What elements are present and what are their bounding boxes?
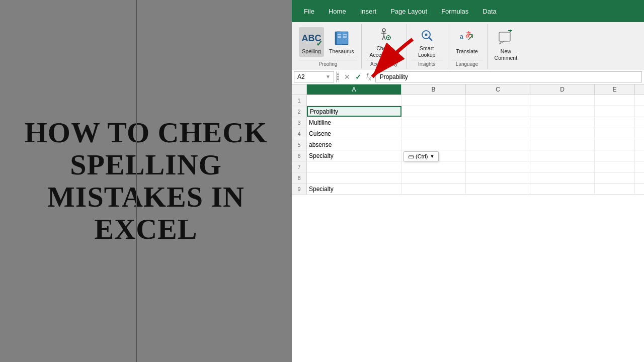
cell-b3[interactable] xyxy=(401,117,466,128)
row-number: 5 xyxy=(292,139,307,150)
row-number: 1 xyxy=(292,95,307,106)
cell-c5[interactable] xyxy=(466,139,530,150)
cell-e5[interactable] xyxy=(595,139,635,150)
smart-lookup-label: SmartLookup xyxy=(418,45,435,58)
translate-button[interactable]: a あ Translate xyxy=(453,27,480,57)
cancel-formula-btn[interactable]: ✕ xyxy=(343,72,351,82)
table-row: 5 absense xyxy=(292,139,644,150)
col-header-c[interactable]: C xyxy=(466,84,530,95)
cell-b7[interactable] xyxy=(401,161,466,172)
formula-divider[interactable] xyxy=(336,71,339,82)
spreadsheet: A B C D E 1 2 Propability xyxy=(292,84,644,362)
table-row: 4 Cuisene xyxy=(292,128,644,139)
new-comment-button[interactable]: NewComment xyxy=(492,27,521,63)
proofing-buttons: ABC ✓ Spelling xyxy=(299,24,357,60)
cell-d2[interactable] xyxy=(530,106,595,117)
cell-c2[interactable] xyxy=(466,106,530,117)
cell-a7[interactable] xyxy=(307,161,401,172)
row-number: 8 xyxy=(292,172,307,183)
cell-a2[interactable]: Propability xyxy=(307,106,401,117)
cell-e1[interactable] xyxy=(595,95,635,106)
cell-d3[interactable] xyxy=(530,117,595,128)
cell-b2[interactable] xyxy=(401,106,466,117)
cell-d6[interactable] xyxy=(530,150,595,161)
svg-rect-2 xyxy=(337,32,342,44)
cell-b5[interactable] xyxy=(401,139,466,150)
cell-e9[interactable] xyxy=(595,184,635,194)
ribbon-group-accessibility: CheckAccessibility Accessibility xyxy=(362,24,407,69)
menu-data[interactable]: Data xyxy=(475,5,503,18)
cell-c1[interactable] xyxy=(466,95,530,106)
menu-insert[interactable]: Insert xyxy=(353,5,384,18)
menu-bar: File Home Insert Page Layout Formulas Da… xyxy=(292,0,644,22)
cell-d5[interactable] xyxy=(530,139,595,150)
table-row: 1 xyxy=(292,95,644,106)
rows-area: 1 2 Propability 3 Multiline xyxy=(292,95,644,362)
cell-a9[interactable]: Specialty xyxy=(307,184,401,194)
cell-d7[interactable] xyxy=(530,161,595,172)
excel-panel: File Home Insert Page Layout Formulas Da… xyxy=(292,0,644,362)
cell-e2[interactable] xyxy=(595,106,635,117)
accessibility-buttons: CheckAccessibility xyxy=(367,24,401,60)
confirm-formula-btn[interactable]: ✓ xyxy=(354,72,362,82)
cell-e3[interactable] xyxy=(595,117,635,128)
check-accessibility-button[interactable]: CheckAccessibility xyxy=(367,24,401,60)
cell-c3[interactable] xyxy=(466,117,530,128)
svg-text:a: a xyxy=(460,33,463,40)
cell-a3[interactable]: Multiline xyxy=(307,117,401,128)
cell-b6[interactable]: 🗃 (Ctrl) ▼ xyxy=(401,150,466,161)
cell-c7[interactable] xyxy=(466,161,530,172)
check-accessibility-label: CheckAccessibility xyxy=(370,45,398,58)
spelling-button[interactable]: ABC ✓ Spelling xyxy=(299,27,324,57)
cell-b9[interactable] xyxy=(401,184,466,194)
col-header-e[interactable]: E xyxy=(595,84,635,95)
cell-e7[interactable] xyxy=(595,161,635,172)
paste-dropdown-arrow[interactable]: ▼ xyxy=(430,154,434,159)
svg-point-23 xyxy=(425,34,428,36)
smart-lookup-icon xyxy=(418,26,436,44)
ribbon: ABC ✓ Spelling xyxy=(292,22,644,69)
cell-c4[interactable] xyxy=(466,128,530,139)
cell-c6[interactable] xyxy=(466,150,530,161)
paste-ctrl-label: (Ctrl) xyxy=(416,153,428,159)
cell-e6[interactable] xyxy=(595,150,635,161)
row-number: 3 xyxy=(292,117,307,128)
menu-home[interactable]: Home xyxy=(321,5,353,18)
cell-c8[interactable] xyxy=(466,172,530,183)
function-btn[interactable]: fx xyxy=(365,71,372,82)
menu-formulas[interactable]: Formulas xyxy=(434,5,475,18)
cell-d9[interactable] xyxy=(530,184,595,194)
cell-b1[interactable] xyxy=(401,95,466,106)
thesaurus-button[interactable]: Thesaurus xyxy=(326,27,357,57)
cell-a6[interactable]: Specialty xyxy=(307,150,401,161)
cell-d8[interactable] xyxy=(530,172,595,183)
col-header-b[interactable]: B xyxy=(401,84,466,95)
comment-group-label xyxy=(492,66,521,69)
cell-a4[interactable]: Cuisene xyxy=(307,128,401,139)
cell-a8[interactable] xyxy=(307,172,401,183)
table-row: 8 xyxy=(292,172,644,184)
cell-d1[interactable] xyxy=(530,95,595,106)
row-number: 4 xyxy=(292,128,307,139)
table-row: 9 Specialty xyxy=(292,184,644,195)
paste-popup[interactable]: 🗃 (Ctrl) ▼ xyxy=(404,151,439,161)
cell-b4[interactable] xyxy=(401,128,466,139)
smart-lookup-button[interactable]: SmartLookup xyxy=(414,24,439,60)
menu-page-layout[interactable]: Page Layout xyxy=(383,5,434,18)
col-header-a[interactable]: A xyxy=(307,84,401,95)
col-header-d[interactable]: D xyxy=(530,84,595,95)
cell-a5[interactable]: absense xyxy=(307,139,401,150)
svg-point-11 xyxy=(382,29,385,32)
thesaurus-label: Thesaurus xyxy=(329,48,354,55)
column-headers: A B C D E xyxy=(292,84,644,95)
cell-e8[interactable] xyxy=(595,172,635,183)
cell-a1[interactable] xyxy=(307,95,401,106)
cell-reference[interactable]: A2 ▼ xyxy=(294,71,334,82)
cell-c9[interactable] xyxy=(466,184,530,194)
menu-file[interactable]: File xyxy=(297,5,321,18)
cell-d4[interactable] xyxy=(530,128,595,139)
language-buttons: a あ Translate xyxy=(453,24,480,60)
translate-label: Translate xyxy=(456,48,477,55)
cell-b8[interactable] xyxy=(401,172,466,183)
cell-e4[interactable] xyxy=(595,128,635,139)
